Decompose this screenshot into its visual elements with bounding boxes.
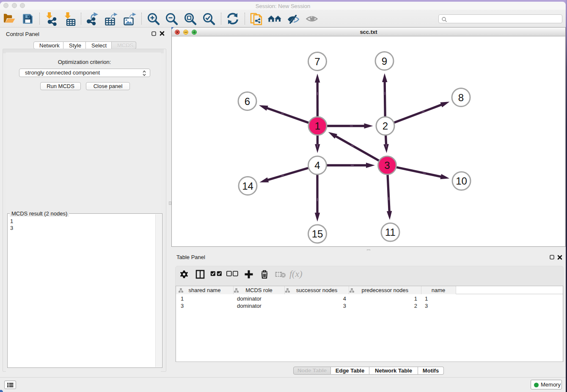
svg-text:14: 14 — [242, 180, 253, 192]
svg-text:11: 11 — [385, 226, 396, 238]
svg-text:10: 10 — [456, 175, 467, 187]
svg-text:1: 1 — [315, 120, 320, 132]
svg-text:7: 7 — [314, 56, 320, 67]
svg-text:2: 2 — [383, 120, 388, 132]
svg-text:6: 6 — [245, 96, 250, 107]
svg-text:4: 4 — [314, 160, 320, 171]
svg-text:9: 9 — [382, 55, 387, 67]
svg-text:15: 15 — [312, 228, 323, 240]
svg-text:3: 3 — [384, 160, 390, 171]
svg-text:8: 8 — [458, 92, 464, 103]
